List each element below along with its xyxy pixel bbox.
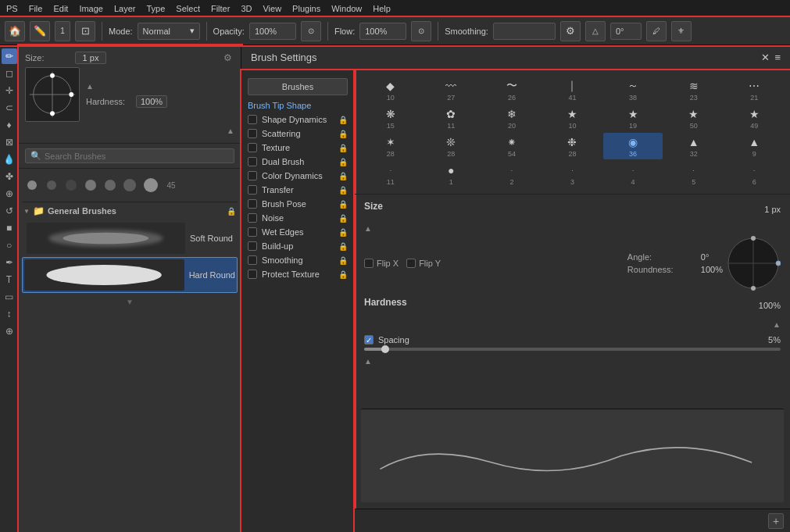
move-tool-icon[interactable]: ✛ <box>2 83 17 98</box>
zoom-tool-icon[interactable]: ⊕ <box>2 323 17 339</box>
hardness-value[interactable]: 100% <box>136 95 167 108</box>
brushes-button[interactable]: Brushes <box>248 78 348 95</box>
hand-tool-icon[interactable]: ↕ <box>2 306 17 322</box>
shape-dynamics-checkbox[interactable] <box>248 115 257 124</box>
tip-cell-star3[interactable]: ★ 50 <box>664 105 724 131</box>
brush-pose-checkbox[interactable] <box>248 199 257 209</box>
tip-cell-star1[interactable]: ★ 10 <box>543 105 602 131</box>
text-tool-icon[interactable]: T <box>2 272 17 287</box>
option-protect-texture[interactable]: Protect Texture 🔒 <box>241 267 354 281</box>
tip-cell-dot6[interactable]: · 6 <box>724 161 784 187</box>
spacing-slider-handle[interactable] <box>381 345 389 353</box>
angle-icon[interactable]: △ <box>585 21 606 41</box>
scroll-down-arrow[interactable]: ▼ <box>22 296 238 308</box>
buildup-checkbox[interactable] <box>248 241 257 251</box>
option-color-dynamics[interactable]: Color Dynamics 🔒 <box>241 169 354 183</box>
tip-cell-snowflake[interactable]: ❄ 20 <box>482 105 542 131</box>
tip-cell-triangle1[interactable]: ▲ 32 <box>664 133 724 159</box>
angle-diagram-svg[interactable] <box>726 236 781 291</box>
brush-tip-small-6[interactable] <box>121 177 138 194</box>
spacing-checkbox[interactable]: ✓ <box>364 335 374 345</box>
brush-tip-small-3[interactable] <box>63 177 80 194</box>
flow-input[interactable]: 100% <box>359 23 406 40</box>
brush-tool-icon[interactable]: ✏ <box>2 48 17 64</box>
tip-cell-triangle2[interactable]: ▲ 9 <box>724 133 784 159</box>
option-shape-dynamics[interactable]: Shape Dynamics 🔒 <box>241 112 354 127</box>
option-wet-edges[interactable]: Wet Edges 🔒 <box>241 225 354 239</box>
tip-cell-dot1[interactable]: · 11 <box>361 161 420 187</box>
tip-cell-star2[interactable]: ★ 19 <box>603 105 663 131</box>
tip-cell-wave2[interactable]: 〜 26 <box>482 77 542 103</box>
scattering-checkbox[interactable] <box>248 129 257 138</box>
magic-wand-icon[interactable]: ♦ <box>2 117 17 133</box>
crop-tool-icon[interactable]: ⊠ <box>2 134 17 150</box>
option-texture[interactable]: Texture 🔒 <box>241 141 354 155</box>
option-transfer[interactable]: Transfer 🔒 <box>241 183 354 197</box>
tip-cell-circle-selected[interactable]: ◉ 36 <box>603 133 663 159</box>
panel-menu-icon[interactable]: ≡ <box>774 52 781 63</box>
panel-close-icon[interactable]: ✕ <box>761 52 770 63</box>
brush-tip-small-4[interactable] <box>82 177 99 194</box>
menu-window[interactable]: Window <box>331 4 362 13</box>
size-scroll-up-icon[interactable]: ▲ <box>86 82 94 91</box>
eraser-tool-icon[interactable]: ◻ <box>2 66 17 81</box>
heal-tool-icon[interactable]: ✤ <box>2 169 17 184</box>
brush-tool-button[interactable]: ✏️ <box>30 21 50 41</box>
tip-cell-sparkle1[interactable]: ✶ 28 <box>361 133 420 159</box>
tip-cell-snowflake2[interactable]: ❉ 28 <box>543 133 602 159</box>
spacing-slider[interactable] <box>364 348 781 351</box>
angle-input[interactable]: 0° <box>610 23 642 40</box>
option-buildup[interactable]: Build-up 🔒 <box>241 239 354 253</box>
tip-cell-star4[interactable]: ★ 49 <box>724 105 784 131</box>
menu-filter[interactable]: Filter <box>211 4 230 13</box>
tip-cell-wave1[interactable]: 〰 27 <box>422 77 481 103</box>
history-brush-icon[interactable]: ↺ <box>2 203 17 219</box>
menu-ps[interactable]: PS <box>6 4 18 13</box>
tip-cell-flower2[interactable]: ✿ 11 <box>422 105 481 131</box>
wet-edges-checkbox[interactable] <box>248 227 257 237</box>
tip-cell-dot2[interactable]: · 2 <box>482 161 542 187</box>
new-brush-button[interactable]: + <box>768 513 784 529</box>
flip-x-item[interactable]: Flip X <box>364 259 399 268</box>
brush-item-soft-round[interactable]: Soft Round <box>22 220 238 257</box>
menu-image[interactable]: Image <box>79 4 103 13</box>
eyedropper-icon[interactable]: 💧 <box>2 152 17 167</box>
menu-type[interactable]: Type <box>147 4 166 13</box>
brush-tip-small-7[interactable] <box>141 175 161 195</box>
pressure-icon[interactable]: 🖊 <box>646 21 667 41</box>
shape-tool-icon[interactable]: ▭ <box>2 289 17 305</box>
brush-pressure-button[interactable]: ⊡ <box>75 21 95 41</box>
tip-cell-sparkle2[interactable]: ❊ 28 <box>422 133 481 159</box>
brush-size-button[interactable]: 1 <box>55 21 70 41</box>
menu-view[interactable]: View <box>263 4 281 13</box>
tip-cell-dot3[interactable]: · 3 <box>543 161 602 187</box>
flip-y-item[interactable]: Flip Y <box>406 259 441 268</box>
tip-cell-dots2[interactable]: ⋯ 21 <box>724 77 784 103</box>
opacity-input[interactable]: 100% <box>249 23 296 40</box>
transfer-checkbox[interactable] <box>248 185 257 195</box>
smoothing-gear-icon[interactable]: ⚙ <box>560 21 581 41</box>
search-input[interactable] <box>45 152 229 161</box>
settings-gear-icon[interactable]: ⚙ <box>223 52 234 63</box>
flip-x-checkbox[interactable] <box>364 259 374 268</box>
opacity-pressure-icon[interactable]: ⊙ <box>301 21 321 41</box>
menu-help[interactable]: Help <box>373 4 391 13</box>
menu-edit[interactable]: Edit <box>53 4 68 13</box>
option-noise[interactable]: Noise 🔒 <box>241 211 354 225</box>
mode-dropdown[interactable]: Normal ▾ <box>138 23 200 40</box>
tip-cell-dot4[interactable]: · 4 <box>603 161 663 187</box>
brush-item-hard-round[interactable]: Hard Round <box>22 257 238 293</box>
tip-cell-wave3[interactable]: ～ 38 <box>603 77 663 103</box>
dodge-tool-icon[interactable]: ○ <box>2 237 17 253</box>
brush-tip-small-5[interactable] <box>102 177 119 194</box>
tip-cell-dots1[interactable]: ≋ 23 <box>664 77 724 103</box>
gradient-tool-icon[interactable]: ■ <box>2 220 17 236</box>
tip-cell-dot5[interactable]: · 5 <box>664 161 724 187</box>
lasso-tool-icon[interactable]: ⊂ <box>2 100 17 116</box>
pen-tool-icon[interactable]: ✒ <box>2 255 17 270</box>
option-dual-brush[interactable]: Dual Brush 🔒 <box>241 155 354 169</box>
menu-select[interactable]: Select <box>176 4 200 13</box>
symmetry-icon[interactable]: ⚜ <box>671 21 692 41</box>
brush-group-header[interactable]: ▼ 📁 General Brushes 🔒 <box>22 202 238 220</box>
brush-tip-small-2[interactable] <box>43 177 60 194</box>
